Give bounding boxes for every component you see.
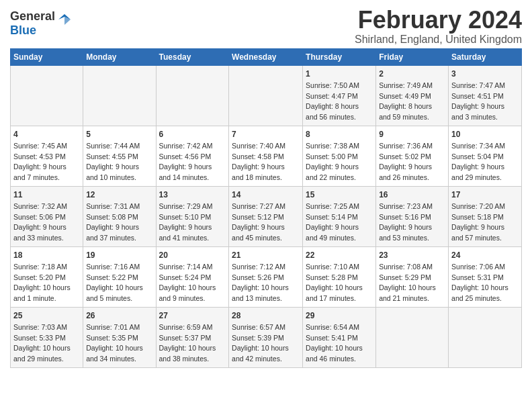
day-number: 7 — [232, 129, 300, 140]
day-info: Sunrise: 7:34 AMSunset: 5:04 PMDaylight:… — [451, 142, 505, 181]
calendar-row-0: 1Sunrise: 7:50 AMSunset: 4:47 PMDaylight… — [11, 65, 522, 126]
day-number: 28 — [232, 310, 300, 322]
calendar-table: SundayMondayTuesdayWednesdayThursdayFrid… — [10, 48, 522, 368]
day-number: 14 — [232, 189, 300, 201]
calendar-cell: 4Sunrise: 7:45 AMSunset: 4:53 PMDaylight… — [11, 126, 83, 186]
day-number: 13 — [159, 189, 226, 201]
day-number: 12 — [86, 189, 152, 201]
calendar-cell: 17Sunrise: 7:20 AMSunset: 5:18 PMDayligh… — [449, 186, 522, 246]
calendar-row-4: 25Sunrise: 7:03 AMSunset: 5:33 PMDayligh… — [11, 307, 522, 367]
day-info: Sunrise: 7:42 AMSunset: 4:56 PMDaylight:… — [159, 142, 213, 181]
col-header-wednesday: Wednesday — [229, 48, 303, 65]
day-info: Sunrise: 7:32 AMSunset: 5:06 PMDaylight:… — [13, 202, 67, 241]
day-info: Sunrise: 7:10 AMSunset: 5:28 PMDaylight:… — [306, 263, 363, 302]
calendar-row-2: 11Sunrise: 7:32 AMSunset: 5:06 PMDayligh… — [11, 186, 522, 246]
calendar-cell: 10Sunrise: 7:34 AMSunset: 5:04 PMDayligh… — [449, 126, 522, 186]
day-number: 9 — [379, 129, 445, 140]
day-number: 8 — [306, 129, 373, 140]
calendar-cell: 20Sunrise: 7:14 AMSunset: 5:24 PMDayligh… — [156, 246, 229, 307]
calendar-cell: 5Sunrise: 7:44 AMSunset: 4:55 PMDaylight… — [83, 126, 156, 186]
col-header-sunday: Sunday — [11, 48, 83, 65]
day-info: Sunrise: 7:49 AMSunset: 4:49 PMDaylight:… — [379, 81, 433, 120]
logo-general-text: General Blue — [10, 9, 55, 38]
calendar-cell: 18Sunrise: 7:18 AMSunset: 5:20 PMDayligh… — [11, 246, 83, 307]
day-info: Sunrise: 7:01 AMSunset: 5:35 PMDaylight:… — [86, 323, 143, 362]
day-info: Sunrise: 7:38 AMSunset: 5:00 PMDaylight:… — [306, 142, 359, 181]
day-info: Sunrise: 7:06 AMSunset: 5:31 PMDaylight:… — [451, 263, 508, 302]
day-info: Sunrise: 7:50 AMSunset: 4:47 PMDaylight:… — [306, 81, 359, 120]
header-row: SundayMondayTuesdayWednesdayThursdayFrid… — [11, 48, 522, 65]
day-info: Sunrise: 7:20 AMSunset: 5:18 PMDaylight:… — [451, 202, 505, 241]
calendar-cell: 9Sunrise: 7:36 AMSunset: 5:02 PMDaylight… — [376, 126, 449, 186]
day-info: Sunrise: 7:40 AMSunset: 4:58 PMDaylight:… — [232, 142, 285, 181]
day-info: Sunrise: 7:08 AMSunset: 5:29 PMDaylight:… — [379, 263, 436, 302]
calendar-cell: 13Sunrise: 7:29 AMSunset: 5:10 PMDayligh… — [156, 186, 229, 246]
day-number: 23 — [379, 250, 445, 261]
calendar-cell: 2Sunrise: 7:49 AMSunset: 4:49 PMDaylight… — [376, 65, 449, 126]
col-header-thursday: Thursday — [303, 48, 376, 65]
day-info: Sunrise: 6:54 AMSunset: 5:41 PMDaylight:… — [306, 323, 363, 362]
day-info: Sunrise: 7:27 AMSunset: 5:12 PMDaylight:… — [232, 202, 285, 241]
day-number: 19 — [86, 250, 152, 261]
day-info: Sunrise: 7:03 AMSunset: 5:33 PMDaylight:… — [13, 323, 71, 362]
calendar-cell — [449, 307, 522, 367]
day-info: Sunrise: 7:12 AMSunset: 5:26 PMDaylight:… — [232, 263, 289, 302]
calendar-cell: 12Sunrise: 7:31 AMSunset: 5:08 PMDayligh… — [83, 186, 156, 246]
day-number: 15 — [306, 189, 373, 201]
day-info: Sunrise: 7:25 AMSunset: 5:14 PMDaylight:… — [306, 202, 359, 241]
location-title: Shirland, England, United Kingdom — [355, 34, 522, 46]
day-number: 6 — [159, 129, 226, 140]
day-info: Sunrise: 7:47 AMSunset: 4:51 PMDaylight:… — [451, 81, 505, 120]
calendar-cell — [11, 65, 83, 126]
calendar-cell: 11Sunrise: 7:32 AMSunset: 5:06 PMDayligh… — [11, 186, 83, 246]
calendar-header: SundayMondayTuesdayWednesdayThursdayFrid… — [11, 48, 522, 65]
page-header: General Blue February 2024 Shirland, Eng… — [10, 7, 522, 46]
day-info: Sunrise: 7:16 AMSunset: 5:22 PMDaylight:… — [86, 263, 143, 302]
col-header-saturday: Saturday — [449, 48, 522, 65]
day-info: Sunrise: 7:18 AMSunset: 5:20 PMDaylight:… — [13, 263, 71, 302]
calendar-cell: 19Sunrise: 7:16 AMSunset: 5:22 PMDayligh… — [83, 246, 156, 307]
day-number: 24 — [451, 250, 519, 261]
calendar-cell: 15Sunrise: 7:25 AMSunset: 5:14 PMDayligh… — [303, 186, 376, 246]
col-header-friday: Friday — [376, 48, 449, 65]
calendar-cell: 16Sunrise: 7:23 AMSunset: 5:16 PMDayligh… — [376, 186, 449, 246]
calendar-cell: 22Sunrise: 7:10 AMSunset: 5:28 PMDayligh… — [303, 246, 376, 307]
title-area: February 2024 Shirland, England, United … — [355, 7, 522, 46]
calendar-cell: 26Sunrise: 7:01 AMSunset: 5:35 PMDayligh… — [83, 307, 156, 367]
day-number: 27 — [159, 310, 226, 322]
calendar-cell — [83, 65, 156, 126]
calendar-cell — [229, 65, 303, 126]
calendar-cell: 6Sunrise: 7:42 AMSunset: 4:56 PMDaylight… — [156, 126, 229, 186]
calendar-cell: 24Sunrise: 7:06 AMSunset: 5:31 PMDayligh… — [449, 246, 522, 307]
calendar-cell: 21Sunrise: 7:12 AMSunset: 5:26 PMDayligh… — [229, 246, 303, 307]
day-info: Sunrise: 7:44 AMSunset: 4:55 PMDaylight:… — [86, 142, 140, 181]
logo-flag-icon — [57, 13, 72, 28]
day-number: 1 — [306, 68, 373, 80]
day-number: 16 — [379, 189, 445, 201]
logo: General Blue — [10, 9, 72, 38]
logo-text: General — [10, 9, 55, 23]
day-number: 2 — [379, 68, 445, 80]
calendar-cell: 7Sunrise: 7:40 AMSunset: 4:58 PMDaylight… — [229, 126, 303, 186]
day-info: Sunrise: 7:36 AMSunset: 5:02 PMDaylight:… — [379, 142, 433, 181]
day-info: Sunrise: 7:23 AMSunset: 5:16 PMDaylight:… — [379, 202, 433, 241]
day-number: 10 — [451, 129, 519, 140]
day-number: 26 — [86, 310, 152, 322]
day-number: 21 — [232, 250, 300, 261]
calendar-cell — [156, 65, 229, 126]
day-number: 3 — [451, 68, 519, 80]
calendar-row-1: 4Sunrise: 7:45 AMSunset: 4:53 PMDaylight… — [11, 126, 522, 186]
day-info: Sunrise: 7:31 AMSunset: 5:08 PMDaylight:… — [86, 202, 140, 241]
calendar-cell: 27Sunrise: 6:59 AMSunset: 5:37 PMDayligh… — [156, 307, 229, 367]
calendar-cell: 8Sunrise: 7:38 AMSunset: 5:00 PMDaylight… — [303, 126, 376, 186]
day-info: Sunrise: 7:45 AMSunset: 4:53 PMDaylight:… — [13, 142, 67, 181]
day-info: Sunrise: 7:14 AMSunset: 5:24 PMDaylight:… — [159, 263, 216, 302]
month-title: February 2024 — [355, 7, 522, 34]
day-number: 29 — [306, 310, 373, 322]
day-number: 5 — [86, 129, 152, 140]
day-number: 18 — [13, 250, 80, 261]
calendar-cell: 25Sunrise: 7:03 AMSunset: 5:33 PMDayligh… — [11, 307, 83, 367]
day-info: Sunrise: 7:29 AMSunset: 5:10 PMDaylight:… — [159, 202, 213, 241]
day-number: 25 — [13, 310, 80, 322]
calendar-row-3: 18Sunrise: 7:18 AMSunset: 5:20 PMDayligh… — [11, 246, 522, 307]
